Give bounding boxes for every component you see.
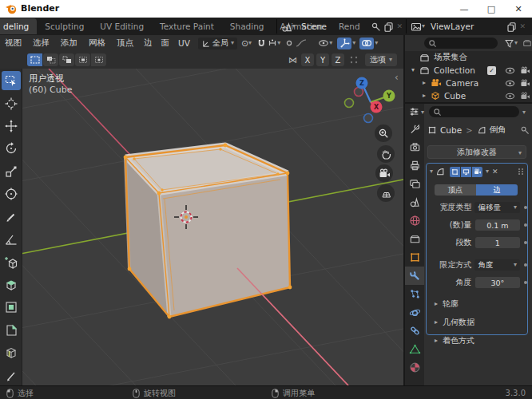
menu-view[interactable]: 视图: [5, 38, 22, 49]
maximize-button[interactable]: □: [478, 0, 505, 18]
workspace-tab-shading[interactable]: Shading: [222, 18, 272, 34]
tool-transform[interactable]: [2, 184, 21, 203]
display-realtime-toggle[interactable]: [461, 167, 471, 177]
snap-toggle[interactable]: [256, 38, 266, 49]
select-mode-subtract[interactable]: [59, 53, 74, 66]
animate-dot[interactable]: [524, 241, 527, 244]
tool-inset-faces[interactable]: [2, 298, 21, 317]
select-mode-invert[interactable]: [75, 53, 90, 66]
hide-eye-icon[interactable]: [505, 92, 515, 101]
disable-render-icon[interactable]: [520, 66, 530, 75]
overlays-toggle[interactable]: [359, 38, 374, 49]
outliner-row-cube[interactable]: ▸ Cube: [405, 89, 532, 101]
add-modifier-button[interactable]: 添加修改器 ▾: [427, 145, 526, 159]
tool-annotate[interactable]: [2, 207, 21, 227]
animate-dot[interactable]: [524, 223, 527, 227]
new-viewlayer-icon[interactable]: [506, 22, 517, 32]
tool-bevel[interactable]: [2, 321, 21, 340]
menu-edge[interactable]: 边: [144, 38, 153, 49]
breadcrumb-object[interactable]: Cube: [440, 125, 462, 135]
menu-uv[interactable]: UV: [178, 38, 190, 48]
snap-falloff-icon[interactable]: [349, 55, 359, 65]
minimize-button[interactable]: —: [451, 0, 478, 18]
tab-render[interactable]: [405, 138, 424, 156]
tab-scene[interactable]: [405, 193, 424, 211]
subpanel-shading[interactable]: ▸ 着色方式: [435, 335, 527, 346]
workspace-tab-texture-paint[interactable]: Texture Paint: [152, 18, 222, 34]
tab-object-data[interactable]: [405, 340, 424, 358]
proportional-editing-toggle[interactable]: [286, 38, 307, 48]
chevron-down-icon[interactable]: ▾: [375, 40, 378, 46]
tool-select-box[interactable]: [2, 71, 21, 90]
tab-physics[interactable]: [405, 303, 424, 322]
breadcrumb-modifier[interactable]: 倒角: [490, 124, 506, 136]
expand-icon[interactable]: ▸: [423, 93, 426, 99]
modifier-panel-header[interactable]: ▾ ▾ ✕: [427, 164, 527, 180]
options-dropdown[interactable]: 选项 ▾: [365, 53, 397, 66]
viewlayer-selector[interactable]: ▾ ViewLayer ✕: [411, 18, 529, 35]
display-edit-mode-toggle[interactable]: [450, 167, 460, 177]
display-render-toggle[interactable]: [472, 167, 482, 177]
hide-eye-icon[interactable]: [505, 79, 515, 88]
tab-particles[interactable]: [405, 285, 424, 303]
drag-handle-icon[interactable]: [518, 168, 524, 176]
viewport-canvas[interactable]: 用户透视 (60) Cube Z Y X ‹: [0, 69, 403, 385]
width-type-dropdown[interactable]: 偏移量 ▾: [474, 202, 520, 213]
tab-view-layer[interactable]: [405, 175, 424, 193]
mirror-z-button[interactable]: Z: [332, 53, 344, 66]
expand-icon[interactable]: ▸: [423, 80, 426, 86]
limit-method-dropdown[interactable]: 角度 ▾: [474, 259, 520, 271]
expand-icon[interactable]: ▾: [411, 67, 415, 73]
tab-material[interactable]: [405, 358, 424, 377]
tab-world[interactable]: [405, 211, 424, 230]
mirror-x-button[interactable]: X: [301, 53, 314, 66]
workspace-tab-sculpting[interactable]: Sculpting: [37, 18, 92, 34]
tab-constraints[interactable]: [405, 322, 424, 340]
subpanel-geometry[interactable]: ▸ 几何数据: [435, 317, 527, 328]
menu-vertex[interactable]: 顶点: [117, 38, 133, 49]
chevron-down-icon[interactable]: ▾: [352, 40, 355, 46]
remove-modifier-icon[interactable]: ✕: [492, 168, 498, 176]
pin-icon[interactable]: [371, 22, 381, 32]
tool-cursor[interactable]: [2, 93, 21, 113]
new-scene-icon[interactable]: [383, 22, 394, 32]
animate-dot[interactable]: [524, 206, 527, 209]
tool-measure[interactable]: [2, 230, 21, 249]
select-mode-intersect[interactable]: [91, 53, 106, 66]
region-collapse-icon[interactable]: ‹: [395, 72, 399, 83]
menu-face[interactable]: 面: [161, 38, 170, 49]
pan-view-button[interactable]: [377, 145, 395, 163]
properties-search-input[interactable]: [429, 106, 519, 117]
hide-eye-icon[interactable]: [505, 66, 515, 75]
zoom-view-button[interactable]: [375, 124, 392, 142]
animate-dot[interactable]: [524, 263, 527, 267]
workspace-tab-uv-editing[interactable]: UV Editing: [92, 18, 152, 34]
extras-menu-icon[interactable]: ▾: [486, 168, 489, 175]
gizmos-toggle[interactable]: [337, 38, 351, 49]
tool-rotate[interactable]: [2, 139, 21, 158]
new-collection-icon[interactable]: [522, 38, 532, 48]
pin-id-icon[interactable]: [520, 125, 530, 135]
subpanel-profile[interactable]: ▸ 轮廓: [435, 298, 527, 310]
tool-move[interactable]: [2, 117, 21, 136]
outliner-search-input[interactable]: [424, 38, 498, 49]
tool-loop-cut[interactable]: [2, 343, 21, 362]
filter-chevron-icon[interactable]: ▾: [522, 109, 526, 116]
segments-field[interactable]: 1: [475, 237, 521, 248]
filter-icon[interactable]: [504, 38, 514, 49]
toggle-ortho-button[interactable]: [377, 184, 395, 202]
amount-field[interactable]: 0.1 m: [475, 219, 521, 231]
menu-add[interactable]: 添加: [61, 38, 77, 49]
disable-render-icon[interactable]: [520, 92, 530, 101]
pivot-point-dropdown[interactable]: ⊙ ▾: [241, 38, 252, 49]
close-button[interactable]: ✕: [505, 0, 532, 18]
menu-select[interactable]: 选择: [33, 38, 50, 49]
scene-selector[interactable]: ▾ Scene ✕: [281, 18, 403, 35]
animate-dot[interactable]: [524, 281, 527, 284]
select-mode-extend[interactable]: [43, 53, 58, 66]
outliner-row-scene-collection[interactable]: 场景集合: [405, 51, 532, 64]
tool-knife[interactable]: [2, 365, 21, 385]
angle-field[interactable]: 30°: [475, 277, 521, 288]
tab-collection-props[interactable]: [405, 230, 424, 248]
outliner-row-camera[interactable]: ▸ Camera: [405, 77, 532, 89]
